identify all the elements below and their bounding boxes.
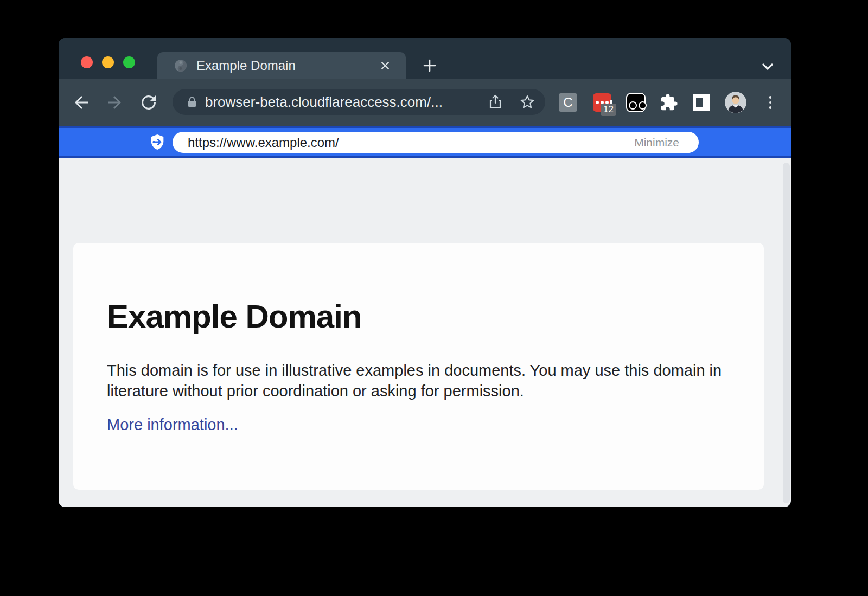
page-heading: Example Domain <box>107 299 730 334</box>
extension-badge: 12 <box>601 104 616 116</box>
address-bar[interactable]: browser-beta.cloudflareaccess.com/... <box>173 89 545 115</box>
page-paragraph: This domain is for use in illustrative e… <box>107 361 732 402</box>
side-panel-hole <box>696 98 703 107</box>
tab-example-domain[interactable]: Example Domain <box>157 52 406 79</box>
extension-goggles-icon[interactable] <box>626 93 646 112</box>
side-panel-icon[interactable] <box>693 94 710 111</box>
browser-toolbar: browser-beta.cloudflareaccess.com/... C <box>59 79 791 126</box>
extension-dots-icon[interactable]: 12 <box>593 93 611 112</box>
back-icon[interactable] <box>72 93 91 112</box>
minimize-button[interactable]: Minimize <box>631 136 682 150</box>
remote-url-pill: Minimize <box>173 132 699 153</box>
star-icon[interactable] <box>519 93 536 111</box>
vertical-scrollbar[interactable] <box>783 163 790 503</box>
shield-arrow-icon <box>149 133 166 151</box>
close-tab-icon[interactable] <box>379 59 392 72</box>
share-icon[interactable] <box>487 93 504 111</box>
chevron-down-icon[interactable] <box>759 58 776 75</box>
browser-window: Example Domain <box>59 38 791 507</box>
kebab-menu-icon[interactable] <box>761 93 780 112</box>
forward-icon[interactable] <box>105 93 124 112</box>
lock-icon[interactable] <box>186 95 199 108</box>
reload-icon[interactable] <box>139 93 158 112</box>
close-window-button[interactable] <box>81 56 93 68</box>
puzzle-icon[interactable] <box>660 93 678 112</box>
zoom-window-button[interactable] <box>123 56 135 68</box>
tab-strip: Example Domain <box>59 38 791 79</box>
address-bar-url[interactable]: browser-beta.cloudflareaccess.com/... <box>205 94 443 111</box>
new-tab-button[interactable] <box>420 56 439 75</box>
more-information-link[interactable]: More information... <box>107 416 238 434</box>
traffic-lights <box>81 56 135 68</box>
minimize-window-button[interactable] <box>102 56 114 68</box>
page-viewport: Example Domain This domain is for use in… <box>59 158 791 507</box>
remote-url-input[interactable] <box>187 134 631 151</box>
avatar[interactable] <box>725 92 746 113</box>
content-card: Example Domain This domain is for use in… <box>73 243 764 490</box>
goggles-circles <box>629 101 647 110</box>
remote-browser-bar: Minimize <box>59 126 791 158</box>
globe-favicon-icon <box>174 59 188 73</box>
tab-title: Example Domain <box>196 58 379 73</box>
extension-c-icon[interactable]: C <box>559 93 577 112</box>
